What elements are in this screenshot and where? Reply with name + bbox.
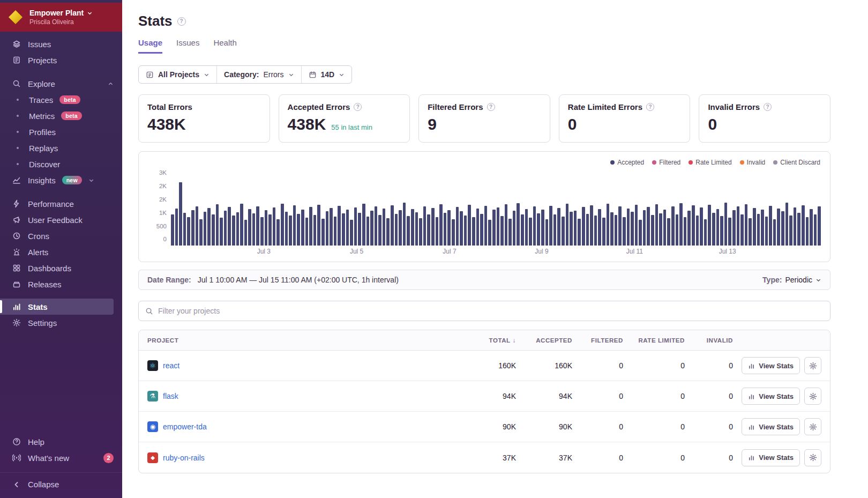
project-settings-button[interactable] [804,357,821,374]
chart-bar [179,182,182,246]
project-settings-button[interactable] [804,449,821,466]
collapse-sidebar[interactable]: Collapse [0,472,122,493]
col-accepted[interactable]: ACCEPTED [516,337,572,344]
chevron-down-icon[interactable] [88,177,94,183]
sidebar-item-traces[interactable]: Traces beta [0,92,122,108]
sidebar-item-alerts[interactable]: Alerts [0,244,122,260]
view-stats-button[interactable]: View Stats [742,357,800,374]
card-help-icon[interactable] [764,103,772,111]
project-link[interactable]: empower-tda [163,422,207,431]
sidebar-item-issues[interactable]: Issues [0,36,122,52]
type-dropdown[interactable]: Type: Periodic [762,276,821,284]
chart-bar [419,218,422,246]
sidebar-item-label: Stats [28,302,48,311]
y-tick-label: 2K [159,183,167,190]
card-invalid-errors: Invalid Errors 0 [699,94,830,143]
chart-bar [802,205,805,246]
rate-limited-value: 0 [623,422,685,431]
sidebar-item-replays[interactable]: Replays [0,140,122,156]
tab-health[interactable]: Health [213,38,236,54]
table-header: PROJECT TOTAL↓ ACCEPTED FILTERED RATE LI… [139,330,830,351]
sidebar-item-label: Performance [28,199,74,209]
chart-bar [610,212,613,246]
sidebar-footer: Help What's new 2 Collapse [0,434,122,498]
chart-bar [236,212,240,246]
collapse-label: Collapse [28,480,59,489]
sidebar-item-explore[interactable]: Explore [0,76,122,92]
chart-bar [541,210,544,246]
col-total[interactable]: TOTAL↓ [460,337,516,344]
chart-bar [562,217,565,246]
view-stats-button[interactable]: View Stats [742,388,800,405]
card-help-icon[interactable] [646,103,654,111]
view-stats-button[interactable]: View Stats [742,449,800,466]
card-help-icon[interactable] [487,103,495,111]
org-switcher[interactable]: Empower Plant Priscila Oliveira [0,3,122,32]
chevron-up-icon[interactable] [108,81,114,87]
chart-bar [378,215,381,246]
chart-bar [602,218,605,246]
col-project[interactable]: PROJECT [147,337,460,344]
view-stats-button[interactable]: View Stats [742,418,800,435]
project-link[interactable]: flask [163,392,178,400]
sidebar-item-dashboards[interactable]: Dashboards [0,260,122,276]
chart-bar [313,215,317,246]
project-filter-dropdown[interactable]: All Projects [139,66,216,83]
col-invalid[interactable]: INVALID [685,337,733,344]
chart-bar [224,211,227,246]
chart-bar [753,208,756,246]
chart-bar [618,206,622,246]
sidebar-item-discover[interactable]: Discover [0,156,122,172]
card-value: 9 [428,115,437,133]
sidebar-item-settings[interactable]: Settings [0,315,122,331]
chart-bar [728,218,731,246]
sidebar-item-profiles[interactable]: Profiles [0,124,122,140]
legend-item[interactable]: Accepted [610,159,644,166]
legend-item[interactable]: Rate Limited [689,159,731,166]
tab-usage[interactable]: Usage [138,38,162,54]
chart-bar [598,209,601,246]
sidebar-item-stats[interactable]: Stats [0,299,114,315]
project-search [138,301,830,321]
chart-bar [684,217,687,246]
sidebar-item-insights[interactable]: Insights new [0,172,122,188]
col-rate-limited[interactable]: RATE LIMITED [623,337,685,344]
sidebar-item-label: Explore [28,79,55,88]
main-content: Stats Usage Issues Health All Projects C… [122,0,868,498]
date-range-bar: Date Range: Jul 1 10:00 AM — Jul 15 11:0… [138,270,830,290]
sidebar-item-projects[interactable]: Projects [0,52,122,68]
broadcast-icon [12,453,21,463]
sidebar-item-performance[interactable]: Performance [0,196,122,212]
table-row: ◆ ruby-on-rails 37K 37K 0 0 0 View Stats [139,442,830,473]
card-help-icon[interactable] [354,103,362,111]
chart-x-axis: Jul 3Jul 5Jul 7Jul 9Jul 11Jul 13 [171,248,820,258]
project-link[interactable]: react [163,361,179,370]
legend-item[interactable]: Filtered [652,159,680,166]
chart-bar [549,206,552,246]
page-help-icon[interactable] [177,17,186,26]
projects-stack-icon [146,71,154,79]
x-tick-label: Jul 11 [626,248,643,255]
chart-bar [700,207,703,246]
date-range-dropdown[interactable]: 14D [301,66,352,83]
project-settings-button[interactable] [804,388,821,405]
chart-bar [745,204,748,246]
search-input[interactable] [158,307,824,315]
rate-limited-value: 0 [623,454,685,462]
legend-item[interactable]: Client Discard [773,159,820,166]
sidebar-item-crons[interactable]: Crons [0,228,122,244]
project-settings-button[interactable] [804,418,821,435]
legend-item[interactable]: Invalid [740,159,766,166]
category-filter-dropdown[interactable]: Category: Errors [216,66,301,83]
col-filtered[interactable]: FILTERED [572,337,623,344]
sidebar-item-user-feedback[interactable]: User Feedback [0,212,122,228]
sidebar-item-metrics[interactable]: Metrics beta [0,108,122,124]
siren-icon [12,247,21,257]
project-link[interactable]: ruby-on-rails [163,454,205,462]
tab-issues[interactable]: Issues [176,38,199,54]
whats-new[interactable]: What's new 2 [0,450,122,466]
calendar-icon [309,71,317,79]
help-menu[interactable]: Help [0,434,122,450]
sidebar-item-releases[interactable]: Releases [0,276,122,292]
chart-bar [497,207,500,246]
